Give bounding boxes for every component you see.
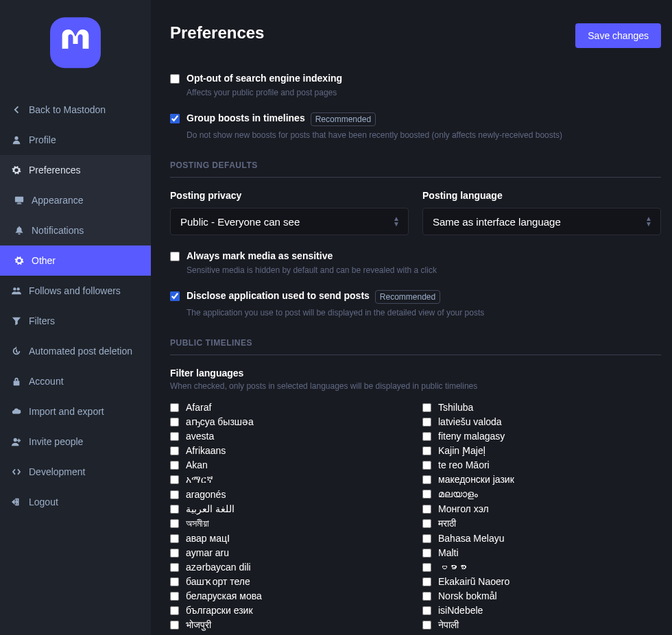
language-checkbox-item[interactable]: aragonés [170, 489, 409, 500]
nav-item-development[interactable]: Development [0, 457, 151, 487]
language-checkbox[interactable] [170, 621, 179, 630]
nav-item-profile[interactable]: Profile [0, 125, 151, 155]
language-checkbox-item[interactable]: te reo Māori [422, 459, 661, 470]
language-checkbox[interactable] [170, 418, 179, 427]
language-checkbox[interactable] [170, 505, 179, 514]
header-row: Preferences Save changes [170, 23, 661, 48]
nav-item-notifications[interactable]: Notifications [0, 215, 151, 245]
group-boosts-checkbox-label[interactable]: Group boosts in timelines Recommended [170, 112, 661, 126]
logo-wrap [0, 0, 151, 88]
language-checkbox[interactable] [422, 563, 431, 572]
language-checkbox-item[interactable]: azərbaycan dili [170, 562, 409, 573]
language-checkbox-item[interactable]: македонски јазик [422, 474, 661, 485]
group-boosts-label-text: Group boosts in timelines [187, 112, 305, 123]
language-checkbox[interactable] [170, 475, 179, 484]
nav-item-label: Account [29, 376, 64, 387]
posting-privacy-value: Public - Everyone can see [180, 216, 300, 228]
language-checkbox[interactable] [170, 549, 179, 558]
nav-item-label: Filters [29, 315, 55, 326]
language-checkbox-item[interactable]: Afaraf [170, 402, 409, 413]
language-checkbox-item[interactable]: isiNdebele [422, 605, 661, 616]
language-checkbox-item[interactable]: Ekakairũ Naoero [422, 576, 661, 587]
language-checkbox[interactable] [422, 446, 431, 455]
language-checkbox[interactable] [170, 519, 179, 528]
nav-item-other[interactable]: Other [0, 245, 151, 276]
language-checkbox[interactable] [170, 403, 179, 412]
language-checkbox-item[interactable]: मराठी [422, 518, 661, 529]
posting-selects-row: Posting privacy Public - Everyone can se… [170, 190, 661, 235]
nav-item-invite[interactable]: Invite people [0, 427, 151, 457]
language-checkbox-item[interactable]: नेपाली [422, 619, 661, 631]
language-checkbox-item[interactable]: aymar aru [170, 547, 409, 558]
language-checkbox-item[interactable]: Bahasa Melayu [422, 533, 661, 544]
language-checkbox-item[interactable]: भोजपुरी [170, 619, 409, 631]
language-checkbox-item[interactable]: Afrikaans [170, 445, 409, 456]
language-checkbox[interactable] [422, 505, 431, 514]
language-checkbox-item[interactable]: Akan [170, 459, 409, 470]
language-checkbox[interactable] [422, 519, 431, 528]
nav-item-back[interactable]: Back to Mastodon [0, 95, 151, 125]
language-checkbox[interactable] [170, 577, 179, 586]
language-checkbox-item[interactable]: башҡорт теле [170, 576, 409, 587]
language-checkbox[interactable] [422, 418, 431, 427]
language-checkbox-item[interactable]: аҧсуа бызшәа [170, 416, 409, 427]
language-checkbox[interactable] [422, 621, 431, 630]
language-checkbox-item[interactable]: Tshiluba [422, 402, 661, 413]
language-checkbox-item[interactable]: Монгол хэл [422, 503, 661, 514]
nav-item-logout[interactable]: Logout [0, 487, 151, 517]
language-checkbox[interactable] [422, 549, 431, 558]
language-checkbox[interactable] [422, 592, 431, 601]
group-boosts-checkbox[interactable] [170, 114, 180, 123]
nav-item-importexport[interactable]: Import and export [0, 396, 151, 427]
language-checkbox-item[interactable]: Malti [422, 547, 661, 558]
disclose-app-checkbox-label[interactable]: Disclose application used to send posts … [170, 290, 661, 304]
language-checkbox-item[interactable]: Kajin M̧ajeļ [422, 445, 661, 456]
language-checkbox-item[interactable]: አማርኛ [170, 474, 409, 486]
language-checkbox[interactable] [422, 490, 431, 499]
language-checkbox[interactable] [170, 606, 179, 615]
language-checkbox-item[interactable]: авар мацӀ [170, 533, 409, 544]
nav-item-follows[interactable]: Follows and followers [0, 276, 151, 306]
opt-out-checkbox[interactable] [170, 74, 180, 84]
language-checkbox[interactable] [422, 534, 431, 543]
language-name: azərbaycan dili [186, 562, 251, 573]
language-checkbox[interactable] [422, 432, 431, 441]
language-checkbox[interactable] [170, 534, 179, 543]
language-checkbox-item[interactable]: avesta [170, 431, 409, 442]
language-checkbox-item[interactable]: اللغة العربية [170, 503, 409, 514]
language-checkbox[interactable] [170, 490, 179, 499]
language-checkbox-item[interactable]: български език [170, 605, 409, 616]
language-checkbox-item[interactable]: മലയാളം [422, 488, 661, 500]
language-checkbox[interactable] [170, 592, 179, 601]
nav-item-automated[interactable]: Automated post deletion [0, 336, 151, 366]
save-button[interactable]: Save changes [575, 23, 661, 48]
disclose-app-checkbox[interactable] [170, 291, 180, 301]
language-checkbox[interactable] [422, 577, 431, 586]
language-checkbox-item[interactable]: latviešu valoda [422, 416, 661, 427]
language-checkbox[interactable] [422, 606, 431, 615]
language-checkbox[interactable] [422, 461, 431, 470]
language-checkbox-item[interactable]: ဗမာစာ [422, 562, 661, 573]
posting-language-select[interactable]: Same as interface language ▲▼ [422, 208, 661, 235]
posting-privacy-select[interactable]: Public - Everyone can see ▲▼ [170, 208, 409, 235]
sensitive-checkbox[interactable] [170, 252, 180, 261]
language-checkbox[interactable] [170, 446, 179, 455]
gear-icon [14, 255, 25, 266]
nav-item-account[interactable]: Account [0, 366, 151, 396]
nav-item-filters[interactable]: Filters [0, 306, 151, 336]
language-checkbox[interactable] [170, 563, 179, 572]
language-checkbox[interactable] [170, 461, 179, 470]
nav-item-preferences[interactable]: Preferences [0, 155, 151, 185]
nav-item-label: Preferences [29, 165, 80, 176]
language-checkbox-item[interactable]: Norsk bokmål [422, 590, 661, 601]
language-checkbox[interactable] [422, 403, 431, 412]
language-checkbox[interactable] [170, 432, 179, 441]
nav-item-appearance[interactable]: Appearance [0, 185, 151, 215]
language-checkbox[interactable] [422, 475, 431, 484]
language-checkbox-item[interactable]: fiteny malagasy [422, 431, 661, 442]
user-icon [11, 134, 22, 145]
language-checkbox-item[interactable]: беларуская мова [170, 590, 409, 601]
language-checkbox-item[interactable]: অসমীয়া [170, 518, 409, 529]
sensitive-checkbox-label[interactable]: Always mark media as sensitive [170, 250, 661, 261]
opt-out-checkbox-label[interactable]: Opt-out of search engine indexing [170, 73, 661, 84]
